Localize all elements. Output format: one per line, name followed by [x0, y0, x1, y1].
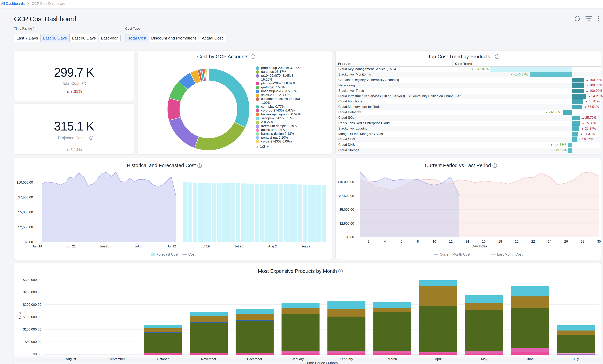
svg-text:14: 14	[465, 240, 469, 243]
svg-text:Time Period / Month: Time Period / Month	[306, 361, 337, 364]
svg-text:November: November	[201, 357, 216, 361]
svg-text:2: 2	[368, 240, 369, 243]
svg-text:$10,000.00: $10,000.00	[337, 180, 354, 184]
svg-text:October: October	[157, 357, 169, 361]
svg-text:July: July	[573, 357, 579, 361]
svg-text:26: 26	[564, 240, 568, 243]
svg-text:Day Index: Day Index	[472, 244, 487, 248]
svg-text:18: 18	[498, 240, 502, 243]
svg-text:January '21: January '21	[292, 357, 309, 361]
svg-text:February: February	[340, 357, 353, 361]
svg-text:Cost: Cost	[188, 253, 196, 256]
svg-text:Jul 12: Jul 12	[167, 244, 176, 248]
svg-text:August: August	[66, 357, 76, 361]
svg-text:Last Month Cost: Last Month Cost	[497, 253, 522, 256]
svg-text:$5,000.00: $5,000.00	[339, 208, 354, 211]
svg-text:4: 4	[384, 240, 386, 243]
svg-text:Jun 28: Jun 28	[99, 244, 109, 248]
svg-text:12: 12	[449, 240, 452, 243]
svg-text:Cost: Cost	[18, 312, 22, 319]
svg-text:$7,500.00: $7,500.00	[339, 194, 354, 198]
svg-text:$50,000.00: $50,000.00	[25, 340, 41, 344]
svg-text:Current Month Cost: Current Month Cost	[440, 253, 470, 256]
svg-text:Jun 14: Jun 14	[32, 244, 42, 248]
svg-text:$250,000.00: $250,000.00	[23, 290, 41, 294]
svg-text:$200,000.00: $200,000.00	[23, 303, 41, 307]
svg-text:10: 10	[433, 240, 436, 243]
svg-text:$7,500.00: $7,500.00	[18, 196, 33, 199]
svg-text:$2,500.00: $2,500.00	[18, 225, 33, 229]
svg-text:6: 6	[400, 240, 402, 243]
svg-text:Jun 21: Jun 21	[66, 244, 76, 248]
svg-text:20: 20	[515, 240, 519, 243]
svg-text:$100,000.00: $100,000.00	[23, 328, 41, 331]
svg-text:Aug 2: Aug 2	[268, 244, 277, 248]
svg-text:$0.00: $0.00	[25, 240, 33, 244]
svg-text:Jul 26: Jul 26	[234, 244, 243, 248]
svg-text:June: June	[526, 357, 533, 361]
svg-text:Aug 9: Aug 9	[302, 244, 310, 248]
svg-text:Forecast Cost: Forecast Cost	[156, 253, 178, 256]
svg-text:$2,500.00: $2,500.00	[339, 222, 354, 225]
svg-text:$150,000.00: $150,000.00	[23, 315, 41, 319]
svg-text:March: March	[388, 357, 397, 361]
svg-text:September: September	[109, 357, 125, 361]
svg-text:December: December	[247, 357, 262, 361]
svg-text:$0.00: $0.00	[346, 235, 354, 239]
svg-text:16: 16	[482, 240, 486, 243]
svg-text:Jul 19: Jul 19	[201, 244, 209, 248]
svg-text:Jul 5: Jul 5	[135, 244, 141, 248]
svg-text:$0.00: $0.00	[33, 352, 41, 356]
svg-text:$5,000.00: $5,000.00	[18, 210, 33, 214]
svg-text:28: 28	[581, 240, 584, 243]
svg-text:May: May	[481, 357, 487, 361]
svg-text:April: April	[435, 357, 441, 361]
svg-text:30: 30	[597, 240, 601, 243]
svg-text:8: 8	[417, 240, 419, 243]
svg-text:22: 22	[531, 240, 535, 243]
svg-text:$10,000.00: $10,000.00	[16, 181, 33, 184]
svg-text:$300,000.00: $300,000.00	[23, 278, 41, 282]
svg-text:24: 24	[548, 240, 551, 243]
